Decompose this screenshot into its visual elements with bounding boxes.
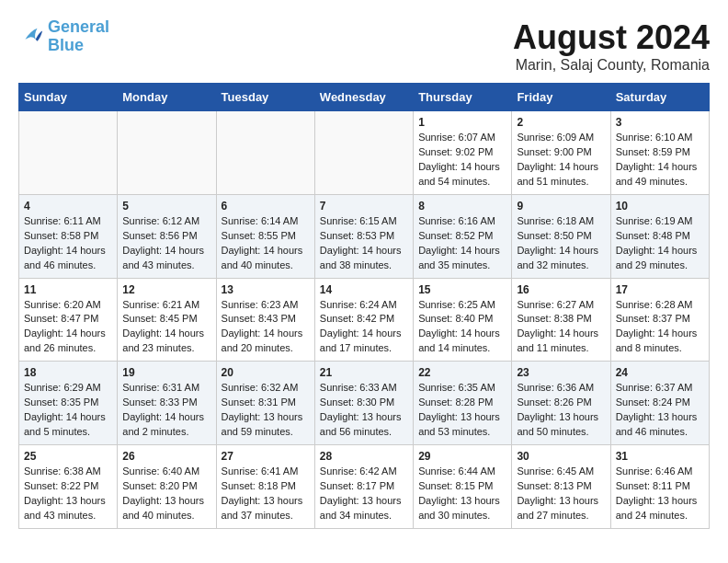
day-info: Sunrise: 6:16 AM Sunset: 8:52 PM Dayligh… — [418, 214, 506, 273]
day-number: 16 — [517, 283, 605, 296]
day-info: Sunrise: 6:25 AM Sunset: 8:40 PM Dayligh… — [418, 298, 506, 357]
calendar-cell: 21Sunrise: 6:33 AM Sunset: 8:30 PM Dayli… — [314, 362, 413, 445]
day-number: 10 — [616, 200, 704, 213]
day-info: Sunrise: 6:19 AM Sunset: 8:48 PM Dayligh… — [616, 214, 704, 273]
day-info: Sunrise: 6:33 AM Sunset: 8:30 PM Dayligh… — [320, 381, 408, 440]
day-info: Sunrise: 6:38 AM Sunset: 8:22 PM Dayligh… — [24, 465, 112, 523]
calendar-cell: 2Sunrise: 6:09 AM Sunset: 9:00 PM Daylig… — [512, 111, 610, 195]
logo: General Blue — [18, 18, 109, 55]
day-info: Sunrise: 6:07 AM Sunset: 9:02 PM Dayligh… — [418, 131, 506, 190]
day-number: 6 — [222, 200, 310, 213]
calendar-cell: 30Sunrise: 6:45 AM Sunset: 8:13 PM Dayli… — [512, 445, 610, 529]
page-subtitle: Marin, Salaj County, Romania — [513, 57, 710, 74]
day-number: 19 — [122, 366, 210, 379]
calendar-week-row: 1Sunrise: 6:07 AM Sunset: 9:02 PM Daylig… — [19, 111, 710, 195]
calendar-week-row: 25Sunrise: 6:38 AM Sunset: 8:22 PM Dayli… — [19, 445, 710, 529]
calendar-cell: 6Sunrise: 6:14 AM Sunset: 8:55 PM Daylig… — [216, 194, 314, 278]
calendar-week-row: 11Sunrise: 6:20 AM Sunset: 8:47 PM Dayli… — [19, 278, 710, 362]
day-number: 18 — [24, 366, 112, 379]
day-info: Sunrise: 6:41 AM Sunset: 8:18 PM Dayligh… — [222, 465, 310, 523]
day-info: Sunrise: 6:11 AM Sunset: 8:58 PM Dayligh… — [24, 214, 112, 273]
calendar-cell: 5Sunrise: 6:12 AM Sunset: 8:56 PM Daylig… — [118, 194, 216, 278]
calendar-cell — [118, 111, 216, 195]
calendar-cell: 13Sunrise: 6:23 AM Sunset: 8:43 PM Dayli… — [216, 278, 314, 362]
day-number: 7 — [320, 200, 408, 213]
calendar-cell — [216, 111, 314, 195]
day-info: Sunrise: 6:21 AM Sunset: 8:45 PM Dayligh… — [122, 298, 210, 357]
header-sunday: Sunday — [19, 84, 118, 111]
day-info: Sunrise: 6:28 AM Sunset: 8:37 PM Dayligh… — [616, 298, 704, 357]
day-number: 22 — [418, 366, 506, 379]
day-number: 24 — [616, 366, 704, 379]
calendar-cell: 3Sunrise: 6:10 AM Sunset: 8:59 PM Daylig… — [610, 111, 709, 195]
day-number: 26 — [122, 450, 210, 463]
calendar-cell: 10Sunrise: 6:19 AM Sunset: 8:48 PM Dayli… — [610, 194, 709, 278]
day-info: Sunrise: 6:23 AM Sunset: 8:43 PM Dayligh… — [222, 298, 310, 357]
day-info: Sunrise: 6:46 AM Sunset: 8:11 PM Dayligh… — [616, 465, 704, 523]
day-number: 27 — [222, 450, 310, 463]
day-info: Sunrise: 6:29 AM Sunset: 8:35 PM Dayligh… — [24, 381, 112, 440]
header-saturday: Saturday — [610, 84, 709, 111]
header-friday: Friday — [512, 84, 610, 111]
day-info: Sunrise: 6:15 AM Sunset: 8:53 PM Dayligh… — [320, 214, 408, 273]
day-number: 1 — [418, 116, 506, 129]
day-info: Sunrise: 6:10 AM Sunset: 8:59 PM Dayligh… — [616, 131, 704, 190]
calendar-cell: 28Sunrise: 6:42 AM Sunset: 8:17 PM Dayli… — [314, 445, 413, 529]
calendar-cell: 11Sunrise: 6:20 AM Sunset: 8:47 PM Dayli… — [19, 278, 118, 362]
day-number: 3 — [616, 116, 704, 129]
calendar-cell: 16Sunrise: 6:27 AM Sunset: 8:38 PM Dayli… — [512, 278, 610, 362]
day-info: Sunrise: 6:09 AM Sunset: 9:00 PM Dayligh… — [517, 131, 605, 190]
calendar-cell: 31Sunrise: 6:46 AM Sunset: 8:11 PM Dayli… — [610, 445, 709, 529]
day-info: Sunrise: 6:12 AM Sunset: 8:56 PM Dayligh… — [122, 214, 210, 273]
day-info: Sunrise: 6:42 AM Sunset: 8:17 PM Dayligh… — [320, 465, 408, 523]
calendar-cell: 18Sunrise: 6:29 AM Sunset: 8:35 PM Dayli… — [19, 362, 118, 445]
day-info: Sunrise: 6:45 AM Sunset: 8:13 PM Dayligh… — [517, 465, 605, 523]
day-info: Sunrise: 6:24 AM Sunset: 8:42 PM Dayligh… — [320, 298, 408, 357]
logo-name: General Blue — [48, 18, 109, 55]
calendar-cell: 20Sunrise: 6:32 AM Sunset: 8:31 PM Dayli… — [216, 362, 314, 445]
day-info: Sunrise: 6:18 AM Sunset: 8:50 PM Dayligh… — [517, 214, 605, 273]
calendar-cell: 14Sunrise: 6:24 AM Sunset: 8:42 PM Dayli… — [314, 278, 413, 362]
day-number: 28 — [320, 450, 408, 463]
day-number: 23 — [517, 366, 605, 379]
day-info: Sunrise: 6:40 AM Sunset: 8:20 PM Dayligh… — [122, 465, 210, 523]
header-monday: Monday — [118, 84, 216, 111]
calendar-cell: 9Sunrise: 6:18 AM Sunset: 8:50 PM Daylig… — [512, 194, 610, 278]
day-number: 31 — [616, 450, 704, 463]
day-number: 17 — [616, 283, 704, 296]
day-number: 21 — [320, 366, 408, 379]
day-number: 14 — [320, 283, 408, 296]
day-number: 13 — [222, 283, 310, 296]
calendar-cell: 8Sunrise: 6:16 AM Sunset: 8:52 PM Daylig… — [414, 194, 512, 278]
day-number: 11 — [24, 283, 112, 296]
day-number: 30 — [517, 450, 605, 463]
calendar-cell — [19, 111, 118, 195]
calendar-cell: 27Sunrise: 6:41 AM Sunset: 8:18 PM Dayli… — [216, 445, 314, 529]
calendar-cell: 23Sunrise: 6:36 AM Sunset: 8:26 PM Dayli… — [512, 362, 610, 445]
calendar-cell: 1Sunrise: 6:07 AM Sunset: 9:02 PM Daylig… — [414, 111, 512, 195]
day-number: 8 — [418, 200, 506, 213]
calendar-table: SundayMondayTuesdayWednesdayThursdayFrid… — [18, 83, 710, 529]
day-number: 29 — [418, 450, 506, 463]
logo-icon — [18, 24, 44, 50]
calendar-cell: 24Sunrise: 6:37 AM Sunset: 8:24 PM Dayli… — [610, 362, 709, 445]
day-number: 5 — [122, 200, 210, 213]
header-tuesday: Tuesday — [216, 84, 314, 111]
day-number: 15 — [418, 283, 506, 296]
calendar-cell: 7Sunrise: 6:15 AM Sunset: 8:53 PM Daylig… — [314, 194, 413, 278]
header-wednesday: Wednesday — [314, 84, 413, 111]
day-number: 25 — [24, 450, 112, 463]
day-info: Sunrise: 6:35 AM Sunset: 8:28 PM Dayligh… — [418, 381, 506, 440]
day-info: Sunrise: 6:37 AM Sunset: 8:24 PM Dayligh… — [616, 381, 704, 440]
day-number: 12 — [122, 283, 210, 296]
day-number: 2 — [517, 116, 605, 129]
calendar-cell: 15Sunrise: 6:25 AM Sunset: 8:40 PM Dayli… — [414, 278, 512, 362]
day-number: 4 — [24, 200, 112, 213]
day-info: Sunrise: 6:27 AM Sunset: 8:38 PM Dayligh… — [517, 298, 605, 357]
calendar-cell: 25Sunrise: 6:38 AM Sunset: 8:22 PM Dayli… — [19, 445, 118, 529]
calendar-cell — [314, 111, 413, 195]
calendar-header-row: SundayMondayTuesdayWednesdayThursdayFrid… — [19, 84, 710, 111]
header-thursday: Thursday — [414, 84, 512, 111]
calendar-cell: 12Sunrise: 6:21 AM Sunset: 8:45 PM Dayli… — [118, 278, 216, 362]
calendar-cell: 22Sunrise: 6:35 AM Sunset: 8:28 PM Dayli… — [414, 362, 512, 445]
